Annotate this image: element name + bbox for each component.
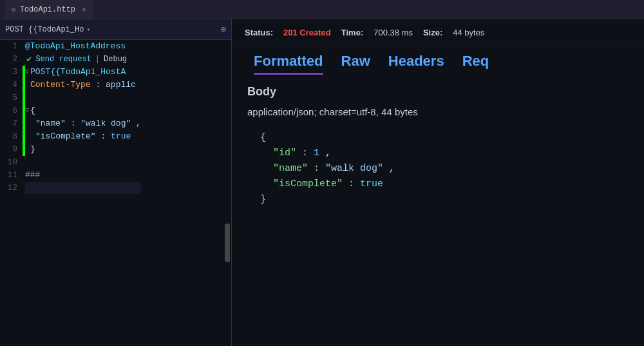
code-line-6: ▽ {: [25, 104, 218, 117]
editor-toolbar: POST {{TodoApi_Ho ▾ ⊕: [0, 19, 231, 40]
code-line-12[interactable]: [25, 182, 218, 195]
response-tabs: Formatted Raw Headers Req: [232, 46, 644, 75]
json-close-brace: }: [260, 192, 629, 207]
ln-8: 8: [0, 130, 17, 143]
size-value: 44 bytes: [453, 28, 484, 37]
code-close-brace: }: [25, 143, 35, 156]
collapse-icon-3: ▽: [25, 66, 29, 79]
ln-5: 5: [0, 91, 17, 104]
line-numbers: 1 2 3 4 5 6 7 8 9 10 11 12: [0, 40, 23, 346]
content-type: application/json; charset=utf-8, 44 byte…: [247, 106, 629, 117]
ln-6: 6: [0, 104, 17, 117]
ln-10: 10: [0, 156, 17, 169]
code-line-8: "isComplete" : true: [25, 130, 218, 143]
code-separator: ###: [25, 169, 40, 182]
scrollbar-thumb: [225, 224, 230, 262]
tab-filename: TodoApi.http: [20, 5, 75, 14]
ln-12: 12: [0, 182, 17, 195]
send-request-link[interactable]: Send request: [35, 53, 91, 66]
code-line-7: "name" : "walk dog" ,: [25, 117, 218, 130]
ln-9: 9: [0, 143, 17, 156]
ln-1: 1: [0, 40, 17, 53]
json-iscomplete-line: "isComplete" : true: [260, 177, 629, 192]
lens-separator: |: [95, 53, 100, 66]
pin-icon: ⊙: [12, 5, 16, 14]
code-line-2: ✔ Send request | Debug: [25, 53, 218, 66]
request-selector[interactable]: POST {{TodoApi_Ho ▾: [5, 25, 90, 34]
ln-11: 11: [0, 169, 17, 182]
editor-content: 1 2 3 4 5 6 7 8 9 10 11 12: [0, 40, 231, 346]
code-line-10: [25, 156, 218, 169]
code-open-brace: {: [30, 104, 35, 117]
response-status-bar: Status: 201 Created Time: 700.38 ms Size…: [232, 19, 644, 46]
file-tab[interactable]: ⊙ TodoApi.http ✕: [5, 0, 93, 19]
request-method-label: POST {{TodoApi_Ho: [5, 25, 84, 34]
tab-request[interactable]: Req: [453, 50, 498, 75]
code-line-5: [25, 91, 218, 104]
time-label: Time:: [341, 28, 363, 37]
response-panel: Status: 201 Created Time: 700.38 ms Size…: [232, 19, 644, 346]
code-editor[interactable]: @TodoApi_HostAddress ✔ Send request | De…: [25, 40, 223, 346]
ln-4: 4: [0, 79, 17, 91]
json-response: { "id" : 1 , "name" : "walk dog" , "isCo…: [247, 130, 629, 207]
code-line-1: @TodoApi_HostAddress: [25, 40, 218, 53]
code-line-4: Content-Type : applic: [25, 79, 218, 91]
tab-headers[interactable]: Headers: [379, 50, 453, 75]
tab-formatted[interactable]: Formatted: [245, 50, 332, 75]
code-line-11: ###: [25, 169, 218, 182]
code-variable: @TodoApi_HostAddress: [25, 40, 126, 53]
main-content: POST {{TodoApi_Ho ▾ ⊕ 1 2 3 4 5 6 7 8 9 …: [0, 19, 644, 346]
new-request-input[interactable]: [25, 182, 141, 194]
code-line-9: }: [25, 143, 218, 156]
dropdown-arrow-icon[interactable]: ▾: [86, 26, 90, 34]
json-id-line: "id" : 1 ,: [260, 146, 629, 161]
size-label: Size:: [423, 28, 442, 37]
code-line-3: ▽ POST {{TodoApi_HostA: [25, 66, 218, 79]
tab-raw[interactable]: Raw: [332, 50, 379, 75]
json-name-line: "name" : "walk dog" ,: [260, 161, 629, 177]
editor-panel: POST {{TodoApi_Ho ▾ ⊕ 1 2 3 4 5 6 7 8 9 …: [0, 19, 232, 346]
ln-7: 7: [0, 117, 17, 130]
time-value: 700.38 ms: [374, 28, 413, 37]
collapse-icon-6: ▽: [25, 104, 29, 117]
status-label: Status:: [245, 28, 273, 37]
status-value: 201 Created: [283, 28, 331, 37]
ln-3: 3: [0, 66, 17, 79]
code-method: POST: [30, 66, 50, 79]
editor-scrollbar[interactable]: [223, 40, 231, 346]
send-request-bar: ✔ Send request | Debug: [25, 53, 127, 66]
code-url: {{TodoApi_HostA: [50, 66, 126, 79]
ln-2: 2: [0, 53, 17, 66]
response-body: Body application/json; charset=utf-8, 44…: [232, 75, 644, 346]
close-icon[interactable]: ✕: [82, 5, 86, 14]
add-request-button[interactable]: ⊕: [221, 24, 226, 35]
json-open-brace: {: [260, 130, 629, 146]
debug-link[interactable]: Debug: [104, 53, 127, 66]
body-heading: Body: [247, 85, 629, 99]
title-bar: ⊙ TodoApi.http ✕: [0, 0, 644, 19]
check-icon: ✔: [26, 53, 32, 66]
code-header-key: Content-Type : applic: [25, 79, 136, 91]
